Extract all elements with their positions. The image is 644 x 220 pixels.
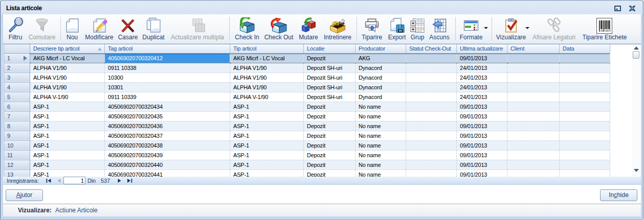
svg-text:000: 000 — [605, 30, 609, 32]
svg-text:00: 00 — [601, 30, 604, 32]
